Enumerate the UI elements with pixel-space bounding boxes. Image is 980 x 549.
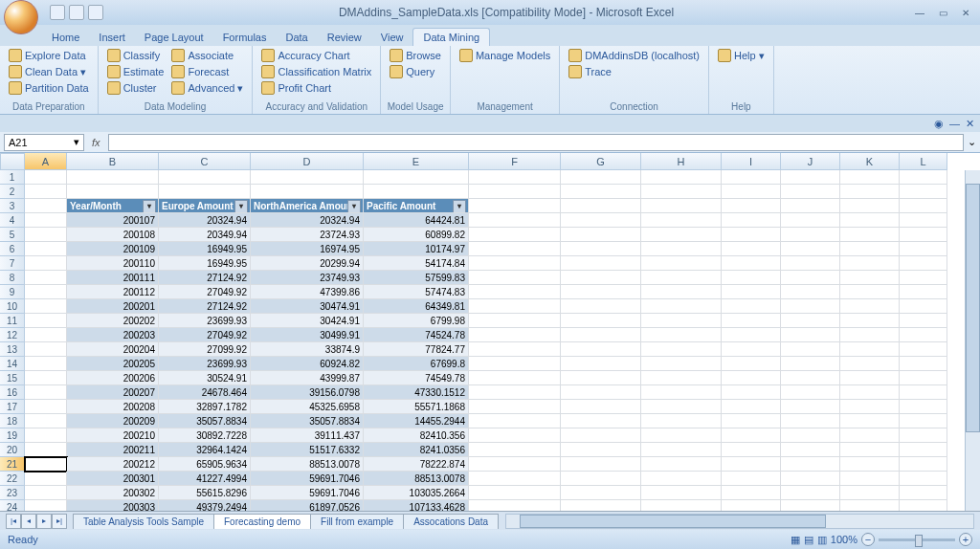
query-button[interactable]: Query — [387, 64, 444, 79]
cell-A8[interactable] — [25, 271, 67, 285]
help-button[interactable]: Help ▾ — [715, 48, 768, 63]
horizontal-scrollbar[interactable] — [505, 514, 974, 529]
cell-H11[interactable] — [641, 314, 722, 328]
name-box[interactable]: A21▾ — [4, 134, 84, 151]
cell-F16[interactable] — [469, 385, 561, 400]
row-header-23[interactable]: 23 — [0, 486, 25, 500]
cell-K22[interactable] — [840, 472, 900, 486]
cell-G3[interactable] — [561, 199, 641, 213]
cell-B7[interactable]: 200110 — [67, 256, 159, 271]
cell-J13[interactable] — [781, 342, 840, 357]
cell-E24[interactable]: 107133.4628 — [364, 500, 469, 511]
cell-I23[interactable] — [722, 486, 781, 500]
cell-I2[interactable] — [722, 185, 781, 199]
cell-G2[interactable] — [561, 185, 641, 199]
cell-D13[interactable]: 33874.9 — [251, 342, 364, 357]
ribbon-help-icon[interactable]: ◉ — [934, 118, 944, 130]
col-header-A[interactable]: A — [25, 153, 67, 170]
col-header-L[interactable]: L — [900, 153, 947, 170]
sheet-nav-next-icon[interactable]: ▸ — [36, 514, 52, 529]
cell-L23[interactable] — [900, 486, 947, 500]
cell-L22[interactable] — [900, 472, 947, 486]
cell-D17[interactable]: 45325.6958 — [251, 400, 364, 414]
cell-B2[interactable] — [67, 185, 159, 199]
cell-F21[interactable] — [469, 457, 561, 472]
cell-I1[interactable] — [722, 170, 781, 185]
cell-G10[interactable] — [561, 299, 641, 314]
cell-A23[interactable] — [25, 486, 67, 500]
cell-A10[interactable] — [25, 299, 67, 314]
cell-A1[interactable] — [25, 170, 67, 185]
cell-C6[interactable]: 16949.95 — [159, 242, 251, 256]
cell-L24[interactable] — [900, 500, 947, 511]
cell-D7[interactable]: 20299.94 — [251, 256, 364, 271]
cell-K4[interactable] — [840, 213, 900, 228]
cell-K19[interactable] — [840, 428, 900, 443]
cell-E19[interactable]: 82410.356 — [364, 428, 469, 443]
advanced-button[interactable]: Advanced ▾ — [168, 80, 246, 96]
cell-H10[interactable] — [641, 299, 722, 314]
sheet-nav-first-icon[interactable]: |◂ — [6, 514, 21, 529]
cell-H2[interactable] — [641, 185, 722, 199]
cell-G14[interactable] — [561, 357, 641, 371]
col-header-C[interactable]: C — [159, 153, 251, 170]
cell-K12[interactable] — [840, 328, 900, 342]
cell-B1[interactable] — [67, 170, 159, 185]
spreadsheet-grid[interactable]: ABCDEFGHIJKL 123456789101112131415161718… — [0, 153, 980, 511]
cell-A16[interactable] — [25, 385, 67, 400]
cell-G1[interactable] — [561, 170, 641, 185]
cell-I9[interactable] — [722, 285, 781, 299]
cell-J10[interactable] — [781, 299, 840, 314]
cell-E10[interactable]: 64349.81 — [364, 299, 469, 314]
cell-C22[interactable]: 41227.4994 — [159, 472, 251, 486]
cell-K14[interactable] — [840, 357, 900, 371]
cell-B24[interactable]: 200303 — [67, 500, 159, 511]
cell-K9[interactable] — [840, 285, 900, 299]
cell-B13[interactable]: 200204 — [67, 342, 159, 357]
cell-L12[interactable] — [900, 328, 947, 342]
cell-F17[interactable] — [469, 400, 561, 414]
cell-C24[interactable]: 49379.2494 — [159, 500, 251, 511]
col-header-D[interactable]: D — [251, 153, 364, 170]
cell-L2[interactable] — [900, 185, 947, 199]
cell-C14[interactable]: 23699.93 — [159, 357, 251, 371]
cell-L3[interactable] — [900, 199, 947, 213]
cell-L13[interactable] — [900, 342, 947, 357]
cell-L21[interactable] — [900, 457, 947, 472]
cell-I20[interactable] — [722, 443, 781, 457]
cell-C10[interactable]: 27124.92 — [159, 299, 251, 314]
cell-E21[interactable]: 78222.874 — [364, 457, 469, 472]
row-header-9[interactable]: 9 — [0, 285, 25, 299]
cell-H16[interactable] — [641, 385, 722, 400]
cell-E16[interactable]: 47330.1512 — [364, 385, 469, 400]
cell-F5[interactable] — [469, 228, 561, 242]
cell-E12[interactable]: 74524.78 — [364, 328, 469, 342]
cell-E6[interactable]: 10174.97 — [364, 242, 469, 256]
cell-D12[interactable]: 30499.91 — [251, 328, 364, 342]
cell-K17[interactable] — [840, 400, 900, 414]
cell-H13[interactable] — [641, 342, 722, 357]
cell-B4[interactable]: 200107 — [67, 213, 159, 228]
save-icon[interactable] — [50, 5, 65, 20]
cell-J4[interactable] — [781, 213, 840, 228]
cell-E2[interactable] — [364, 185, 469, 199]
row-header-5[interactable]: 5 — [0, 228, 25, 242]
cell-H15[interactable] — [641, 371, 722, 385]
cell-J2[interactable] — [781, 185, 840, 199]
sheet-tab-fill-from-example[interactable]: Fill from example — [310, 514, 404, 529]
cell-A9[interactable] — [25, 285, 67, 299]
cell-L7[interactable] — [900, 256, 947, 271]
cell-A2[interactable] — [25, 185, 67, 199]
cell-K8[interactable] — [840, 271, 900, 285]
cell-D9[interactable]: 47399.86 — [251, 285, 364, 299]
vertical-scroll-thumb[interactable] — [966, 184, 980, 432]
cell-H24[interactable] — [641, 500, 722, 511]
cell-E8[interactable]: 57599.83 — [364, 271, 469, 285]
cell-E4[interactable]: 64424.81 — [364, 213, 469, 228]
row-header-3[interactable]: 3 — [0, 199, 25, 213]
cell-J5[interactable] — [781, 228, 840, 242]
cell-H4[interactable] — [641, 213, 722, 228]
cell-I5[interactable] — [722, 228, 781, 242]
cell-D22[interactable]: 59691.7046 — [251, 472, 364, 486]
cell-F15[interactable] — [469, 371, 561, 385]
